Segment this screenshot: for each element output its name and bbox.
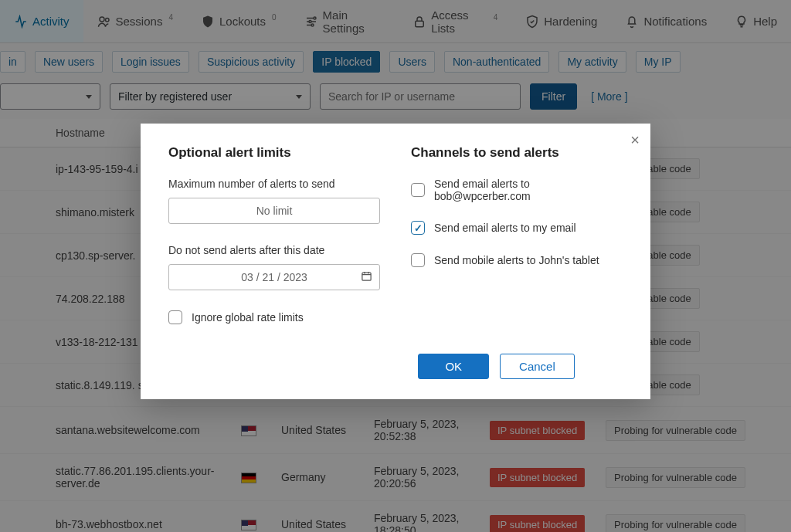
max-alerts-input[interactable] (168, 198, 380, 224)
channels-section: Channels to send alerts Send email alert… (411, 145, 623, 343)
checkbox-box[interactable] (411, 253, 425, 267)
modal-overlay: × Optional alert limits Maximum number o… (0, 0, 791, 532)
ignore-rate-limits-label: Ignore global rate limits (192, 311, 304, 324)
checkbox-box[interactable] (411, 221, 425, 235)
ignore-rate-limits-checkbox[interactable]: Ignore global rate limits (168, 310, 380, 324)
channel-checkbox[interactable]: Send email alerts to bob@wpcerber.com (411, 178, 623, 202)
channel-label: Send email alerts to my email (434, 222, 576, 234)
channel-label: Send email alerts to bob@wpcerber.com (434, 178, 623, 202)
checkbox-box[interactable] (411, 183, 425, 197)
channel-label: Send mobile alerts to John's tablet (434, 254, 599, 266)
ok-button[interactable]: OK (418, 354, 489, 379)
channel-checkbox[interactable]: Send email alerts to my email (411, 221, 623, 235)
date-input[interactable] (168, 264, 380, 290)
alert-settings-modal: × Optional alert limits Maximum number o… (141, 124, 650, 399)
optional-limits-title: Optional alert limits (168, 145, 380, 161)
channel-checkbox[interactable]: Send mobile alerts to John's tablet (411, 253, 623, 267)
optional-limits-section: Optional alert limits Maximum number of … (168, 145, 380, 343)
close-icon[interactable]: × (630, 131, 640, 149)
channels-title: Channels to send alerts (411, 145, 623, 161)
cancel-button[interactable]: Cancel (500, 354, 575, 379)
date-limit-label: Do not send alerts after this date (168, 244, 380, 256)
max-alerts-label: Maximum number of alerts to send (168, 178, 380, 190)
